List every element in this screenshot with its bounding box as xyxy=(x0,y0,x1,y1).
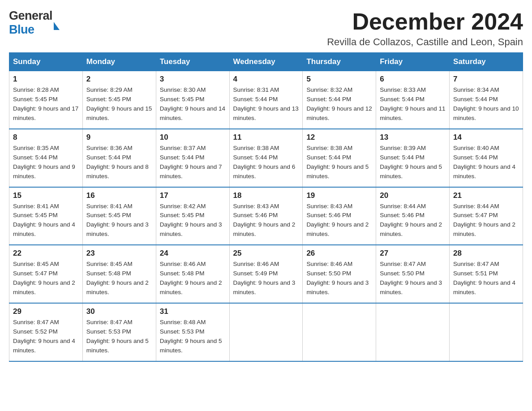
table-row: 27Sunrise: 8:47 AMSunset: 5:50 PMDayligh… xyxy=(376,245,450,303)
day-info: Sunrise: 8:47 AMSunset: 5:50 PMDaylight:… xyxy=(380,260,446,297)
day-info: Sunrise: 8:41 AMSunset: 5:45 PMDaylight:… xyxy=(86,202,152,240)
table-row: 20Sunrise: 8:44 AMSunset: 5:46 PMDayligh… xyxy=(376,187,450,245)
header-wednesday: Wednesday xyxy=(229,53,303,71)
table-row: 24Sunrise: 8:46 AMSunset: 5:48 PMDayligh… xyxy=(156,245,229,303)
calendar-row: 29Sunrise: 8:47 AMSunset: 5:52 PMDayligh… xyxy=(9,303,523,361)
day-number: 2 xyxy=(86,75,152,84)
header-sunday: Sunday xyxy=(9,53,83,71)
day-info: Sunrise: 8:38 AMSunset: 5:44 PMDaylight:… xyxy=(233,144,299,181)
day-number: 29 xyxy=(13,307,79,316)
day-number: 16 xyxy=(86,191,152,200)
day-number: 1 xyxy=(13,75,79,84)
day-number: 13 xyxy=(380,133,446,142)
day-number: 25 xyxy=(233,249,299,258)
day-info: Sunrise: 8:48 AMSunset: 5:53 PMDaylight:… xyxy=(160,318,226,355)
table-row: 9Sunrise: 8:36 AMSunset: 5:44 PMDaylight… xyxy=(82,129,156,187)
day-number: 18 xyxy=(233,191,299,200)
table-row xyxy=(229,303,303,361)
table-row: 19Sunrise: 8:43 AMSunset: 5:46 PMDayligh… xyxy=(303,187,376,245)
table-row: 25Sunrise: 8:46 AMSunset: 5:49 PMDayligh… xyxy=(229,245,303,303)
table-row: 5Sunrise: 8:32 AMSunset: 5:44 PMDaylight… xyxy=(303,71,376,129)
table-row: 2Sunrise: 8:29 AMSunset: 5:45 PMDaylight… xyxy=(82,71,156,129)
day-number: 14 xyxy=(453,133,519,142)
day-info: Sunrise: 8:34 AMSunset: 5:44 PMDaylight:… xyxy=(453,86,519,123)
day-info: Sunrise: 8:29 AMSunset: 5:45 PMDaylight:… xyxy=(86,86,152,123)
day-number: 21 xyxy=(453,191,519,200)
calendar-row: 15Sunrise: 8:41 AMSunset: 5:45 PMDayligh… xyxy=(9,187,523,245)
day-info: Sunrise: 8:36 AMSunset: 5:44 PMDaylight:… xyxy=(86,144,152,181)
day-number: 7 xyxy=(453,75,519,84)
day-number: 26 xyxy=(306,249,372,258)
day-info: Sunrise: 8:46 AMSunset: 5:49 PMDaylight:… xyxy=(233,260,299,297)
day-info: Sunrise: 8:30 AMSunset: 5:45 PMDaylight:… xyxy=(160,86,226,123)
day-number: 5 xyxy=(306,75,372,84)
day-number: 31 xyxy=(160,307,226,316)
calendar-body: 1Sunrise: 8:28 AMSunset: 5:45 PMDaylight… xyxy=(9,71,523,361)
header-tuesday: Tuesday xyxy=(156,53,229,71)
table-row: 21Sunrise: 8:44 AMSunset: 5:47 PMDayligh… xyxy=(450,187,523,245)
day-info: Sunrise: 8:45 AMSunset: 5:47 PMDaylight:… xyxy=(13,260,79,297)
day-number: 17 xyxy=(160,191,226,200)
day-info: Sunrise: 8:43 AMSunset: 5:46 PMDaylight:… xyxy=(233,202,299,240)
logo: General Blue xyxy=(9,9,60,37)
day-number: 6 xyxy=(380,75,446,84)
day-number: 4 xyxy=(233,75,299,84)
table-row: 22Sunrise: 8:45 AMSunset: 5:47 PMDayligh… xyxy=(9,245,83,303)
table-row: 16Sunrise: 8:41 AMSunset: 5:45 PMDayligh… xyxy=(82,187,156,245)
day-number: 3 xyxy=(160,75,226,84)
table-row: 31Sunrise: 8:48 AMSunset: 5:53 PMDayligh… xyxy=(156,303,229,361)
table-row: 13Sunrise: 8:39 AMSunset: 5:44 PMDayligh… xyxy=(376,129,450,187)
table-row: 3Sunrise: 8:30 AMSunset: 5:45 PMDaylight… xyxy=(156,71,229,129)
day-info: Sunrise: 8:28 AMSunset: 5:45 PMDaylight:… xyxy=(13,86,79,123)
day-info: Sunrise: 8:46 AMSunset: 5:48 PMDaylight:… xyxy=(160,260,226,297)
day-info: Sunrise: 8:44 AMSunset: 5:47 PMDaylight:… xyxy=(453,202,519,240)
weekday-header-row: Sunday Monday Tuesday Wednesday Thursday… xyxy=(9,53,523,71)
logo-arrow-icon xyxy=(54,22,60,30)
day-info: Sunrise: 8:47 AMSunset: 5:52 PMDaylight:… xyxy=(13,318,79,355)
calendar-row: 1Sunrise: 8:28 AMSunset: 5:45 PMDaylight… xyxy=(9,71,523,129)
header-monday: Monday xyxy=(82,53,156,71)
table-row: 15Sunrise: 8:41 AMSunset: 5:45 PMDayligh… xyxy=(9,187,83,245)
table-row: 17Sunrise: 8:42 AMSunset: 5:45 PMDayligh… xyxy=(156,187,229,245)
day-number: 28 xyxy=(453,249,519,258)
day-info: Sunrise: 8:43 AMSunset: 5:46 PMDaylight:… xyxy=(306,202,372,240)
table-row: 30Sunrise: 8:47 AMSunset: 5:53 PMDayligh… xyxy=(82,303,156,361)
day-info: Sunrise: 8:37 AMSunset: 5:44 PMDaylight:… xyxy=(160,144,226,181)
day-number: 19 xyxy=(306,191,372,200)
day-info: Sunrise: 8:47 AMSunset: 5:51 PMDaylight:… xyxy=(453,260,519,297)
day-info: Sunrise: 8:42 AMSunset: 5:45 PMDaylight:… xyxy=(160,202,226,240)
table-row: 8Sunrise: 8:35 AMSunset: 5:44 PMDaylight… xyxy=(9,129,83,187)
day-number: 30 xyxy=(86,307,152,316)
table-row: 23Sunrise: 8:45 AMSunset: 5:48 PMDayligh… xyxy=(82,245,156,303)
calendar-row: 22Sunrise: 8:45 AMSunset: 5:47 PMDayligh… xyxy=(9,245,523,303)
table-row: 28Sunrise: 8:47 AMSunset: 5:51 PMDayligh… xyxy=(450,245,523,303)
table-row xyxy=(376,303,450,361)
table-row: 10Sunrise: 8:37 AMSunset: 5:44 PMDayligh… xyxy=(156,129,229,187)
day-number: 27 xyxy=(380,249,446,258)
logo-line1: General xyxy=(9,9,52,23)
day-number: 23 xyxy=(86,249,152,258)
day-info: Sunrise: 8:33 AMSunset: 5:44 PMDaylight:… xyxy=(380,86,446,123)
day-info: Sunrise: 8:32 AMSunset: 5:44 PMDaylight:… xyxy=(306,86,372,123)
day-info: Sunrise: 8:45 AMSunset: 5:48 PMDaylight:… xyxy=(86,260,152,297)
header-saturday: Saturday xyxy=(450,53,523,71)
table-row: 11Sunrise: 8:38 AMSunset: 5:44 PMDayligh… xyxy=(229,129,303,187)
day-number: 24 xyxy=(160,249,226,258)
header-friday: Friday xyxy=(376,53,450,71)
day-number: 11 xyxy=(233,133,299,142)
day-info: Sunrise: 8:39 AMSunset: 5:44 PMDaylight:… xyxy=(380,144,446,181)
header-thursday: Thursday xyxy=(303,53,376,71)
day-info: Sunrise: 8:46 AMSunset: 5:50 PMDaylight:… xyxy=(306,260,372,297)
calendar-header: Sunday Monday Tuesday Wednesday Thursday… xyxy=(9,53,523,71)
location-title: Revilla de Collazos, Castille and Leon, … xyxy=(327,36,523,48)
day-number: 20 xyxy=(380,191,446,200)
table-row: 26Sunrise: 8:46 AMSunset: 5:50 PMDayligh… xyxy=(303,245,376,303)
table-row xyxy=(450,303,523,361)
day-info: Sunrise: 8:40 AMSunset: 5:44 PMDaylight:… xyxy=(453,144,519,181)
day-number: 22 xyxy=(13,249,79,258)
table-row: 1Sunrise: 8:28 AMSunset: 5:45 PMDaylight… xyxy=(9,71,83,129)
day-info: Sunrise: 8:35 AMSunset: 5:44 PMDaylight:… xyxy=(13,144,79,181)
table-row: 18Sunrise: 8:43 AMSunset: 5:46 PMDayligh… xyxy=(229,187,303,245)
table-row xyxy=(303,303,376,361)
day-info: Sunrise: 8:44 AMSunset: 5:46 PMDaylight:… xyxy=(380,202,446,240)
